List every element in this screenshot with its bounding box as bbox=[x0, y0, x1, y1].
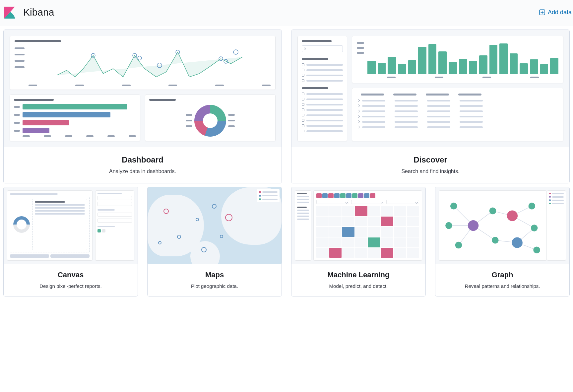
add-data-label: Add data bbox=[548, 9, 572, 16]
svg-point-31 bbox=[533, 246, 540, 253]
card-description: Reveal patterns and relationships. bbox=[439, 283, 565, 289]
svg-point-27 bbox=[489, 208, 496, 215]
dashboard-illustration bbox=[4, 30, 282, 147]
svg-point-5 bbox=[138, 56, 142, 60]
svg-point-32 bbox=[468, 220, 478, 231]
svg-point-30 bbox=[531, 225, 538, 231]
card-description: Model, predict, and detect. bbox=[295, 283, 421, 289]
canvas-illustration bbox=[4, 187, 138, 264]
svg-point-25 bbox=[445, 222, 452, 229]
svg-point-28 bbox=[492, 237, 499, 244]
card-description: Design pixel-perfect reports. bbox=[8, 283, 134, 289]
svg-point-29 bbox=[529, 203, 536, 210]
card-description: Search and find insights. bbox=[297, 168, 564, 174]
discover-illustration bbox=[291, 30, 569, 147]
card-title: Machine Learning bbox=[295, 271, 421, 279]
app-header: Kibana Add data bbox=[0, 0, 573, 26]
svg-point-33 bbox=[507, 210, 518, 221]
ml-illustration bbox=[291, 187, 425, 264]
header-left: Kibana bbox=[3, 6, 54, 19]
card-discover[interactable]: Discover Search and find insights. bbox=[291, 30, 570, 183]
card-title: Dashboard bbox=[9, 155, 276, 164]
card-title: Maps bbox=[152, 271, 278, 279]
app-title: Kibana bbox=[23, 7, 54, 18]
card-description: Plot geographic data. bbox=[152, 283, 278, 289]
maps-illustration bbox=[148, 187, 282, 264]
svg-line-12 bbox=[305, 49, 306, 50]
feature-cards-bottom: Canvas Design pixel-perfect reports. bbox=[0, 187, 573, 300]
svg-point-24 bbox=[450, 203, 457, 210]
card-machine-learning[interactable]: Machine Learning Model, predict, and det… bbox=[291, 187, 426, 296]
add-data-icon bbox=[539, 9, 545, 15]
card-title: Graph bbox=[439, 271, 565, 279]
card-title: Discover bbox=[297, 155, 564, 164]
card-dashboard[interactable]: Dashboard Analyze data in dashboards. bbox=[3, 30, 282, 183]
svg-point-26 bbox=[455, 242, 462, 249]
card-graph[interactable]: Graph Reveal patterns and relationships. bbox=[435, 187, 570, 296]
feature-cards-top: Dashboard Analyze data in dashboards. bbox=[0, 26, 573, 187]
svg-point-10 bbox=[233, 50, 238, 54]
card-title: Canvas bbox=[8, 271, 134, 279]
svg-point-11 bbox=[304, 48, 306, 49]
add-data-button[interactable]: Add data bbox=[539, 9, 573, 16]
svg-point-34 bbox=[512, 237, 522, 248]
kibana-logo-icon bbox=[3, 6, 16, 19]
graph-illustration bbox=[435, 187, 569, 264]
card-maps[interactable]: Maps Plot geographic data. bbox=[147, 187, 282, 296]
card-canvas[interactable]: Canvas Design pixel-perfect reports. bbox=[3, 187, 138, 296]
card-description: Analyze data in dashboards. bbox=[9, 168, 276, 174]
